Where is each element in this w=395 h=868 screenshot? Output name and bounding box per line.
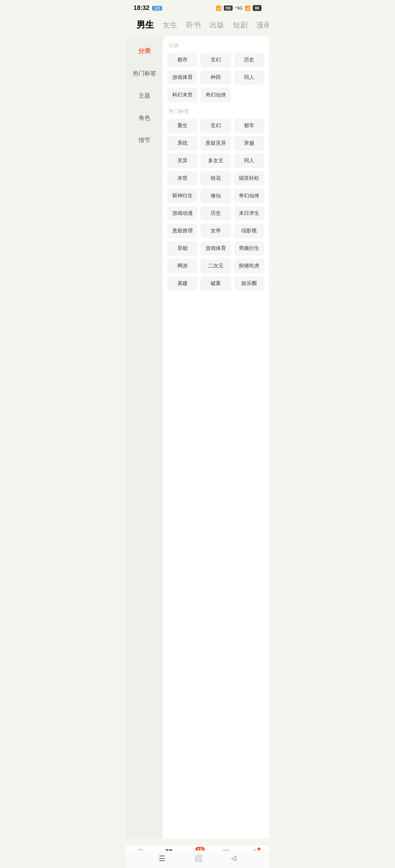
tab-female[interactable]: 女生 [158,19,182,31]
tag-banzhuchihu[interactable]: 扮猪吃虎 [234,259,264,273]
tag-youxidongman[interactable]: 游戏动漫 [167,206,198,221]
tag-yulelequan[interactable]: 娱乐圈 [234,276,264,291]
tag-lingyi[interactable]: 灵异 [167,153,198,168]
sidebar-item-plot[interactable]: 情节 [126,129,163,152]
hd-icon: HD [224,5,233,11]
tag-xiuxian[interactable]: 修仙 [200,189,231,203]
sidebar-item-hot-tags[interactable]: 热门标签 [126,62,163,85]
section-title-hot-tags: 热门标签 [167,108,264,115]
tag-xunyituili[interactable]: 悬疑推理 [167,224,198,238]
tag-tongren[interactable]: 同人 [234,70,264,85]
tag-xh2[interactable]: 玄幻 [200,118,231,133]
tag-jijian[interactable]: 基建 [167,276,198,291]
menu-icon[interactable]: ☰ [159,854,165,863]
tab-audiobook[interactable]: 听书 [182,19,205,31]
back-icon[interactable]: ◁ [231,854,236,863]
tab-manga[interactable]: 漫画 [252,19,269,31]
tag-nanpinyangsheng[interactable]: 男频衍生 [234,241,264,256]
tag-moshi[interactable]: 末世 [167,171,198,186]
sidebar-item-category[interactable]: 分类 [126,39,163,62]
tag-youxitiyu2[interactable]: 游戏体育 [200,241,231,256]
tag-yineng[interactable]: 异能 [167,241,198,256]
signal-5g-icon: ⁺5G [235,6,242,11]
tag-gaoxiaoqingsong[interactable]: 搞笑轻松 [234,171,264,186]
tag-zhanshenyangsheng[interactable]: 斩神衍生 [167,189,198,203]
tag-xitong[interactable]: 系统 [167,136,198,151]
tab-male[interactable]: 男生 [132,18,158,32]
tag-lishi2[interactable]: 历史 [200,206,231,221]
tab-shortdrama[interactable]: 短剧 [229,19,252,31]
tag-moriqqiusheng[interactable]: 末日求生 [234,206,264,221]
battery-icon: 88 [253,5,262,11]
top-nav: 男生 女生 听书 出版 短剧 漫画 [126,15,269,37]
tag-chongsheng[interactable]: 重生 [167,118,198,133]
tag-duonvzhu[interactable]: 多女主 [200,153,231,168]
status-badge: 123 [152,6,162,11]
tag-kefanmoshi[interactable]: 科幻末世 [167,88,198,102]
tag-qhxx2[interactable]: 奇幻仙侠 [234,189,264,203]
main-layout: 分类 热门标签 主题 角色 情节 分类 都市 玄幻 历史 游戏体育 种田 同人 … [126,37,269,839]
home-icon[interactable]: ⬜ [194,854,202,863]
tag-qihuanxianxia[interactable]: 奇幻仙侠 [200,88,231,102]
tag-erciyuan[interactable]: 二次元 [200,259,231,273]
status-icons: 📶 HD ⁺5G 📶 88 [216,5,262,11]
mine-dot [257,848,260,850]
tag-nvdi[interactable]: 女帝 [200,224,231,238]
tag-tongren2[interactable]: 同人 [234,153,264,168]
tag-xuanhuan[interactable]: 玄幻 [200,53,231,67]
hot-tags-grid: 重生 玄幻 都市 系统 悬疑灵异 穿越 灵异 多女主 同人 末世 校花 搞笑轻松… [167,118,264,291]
status-time: 18:32 [133,4,149,12]
tag-wangyou[interactable]: 网游 [167,259,198,273]
tag-youxitiyu[interactable]: 游戏体育 [167,70,198,85]
tag-zhongtian[interactable]: 种田 [200,70,231,85]
content-area: 分类 都市 玄幻 历史 游戏体育 种田 同人 科幻末世 奇幻仙侠 热门标签 重生… [163,37,269,839]
bluetooth-icon: 📶 [216,5,222,11]
tag-poan[interactable]: 破案 [200,276,231,291]
system-nav-bar: ☰ ⬜ ◁ [126,850,269,868]
sidebar-item-theme[interactable]: 主题 [126,85,163,107]
signal-bars-icon: 📶 [245,5,251,11]
tag-ds2[interactable]: 都市 [234,118,264,133]
tag-xunyilingyi[interactable]: 悬疑灵异 [200,136,231,151]
status-bar: 18:32 123 📶 HD ⁺5G 📶 88 [126,0,269,15]
tag-zongyingshi[interactable]: 综影视 [234,224,264,238]
sidebar: 分类 热门标签 主题 角色 情节 [126,37,163,839]
tab-publish[interactable]: 出版 [205,19,229,31]
tag-xiaohua[interactable]: 校花 [200,171,231,186]
sidebar-item-role[interactable]: 角色 [126,107,163,129]
tag-lishi[interactable]: 历史 [234,53,264,67]
section-title-category: 分类 [167,42,264,49]
tag-dushi[interactable]: 都市 [167,53,198,67]
tag-chuanyue[interactable]: 穿越 [234,136,264,151]
category-tags-grid: 都市 玄幻 历史 游戏体育 种田 同人 科幻末世 奇幻仙侠 [167,53,264,102]
